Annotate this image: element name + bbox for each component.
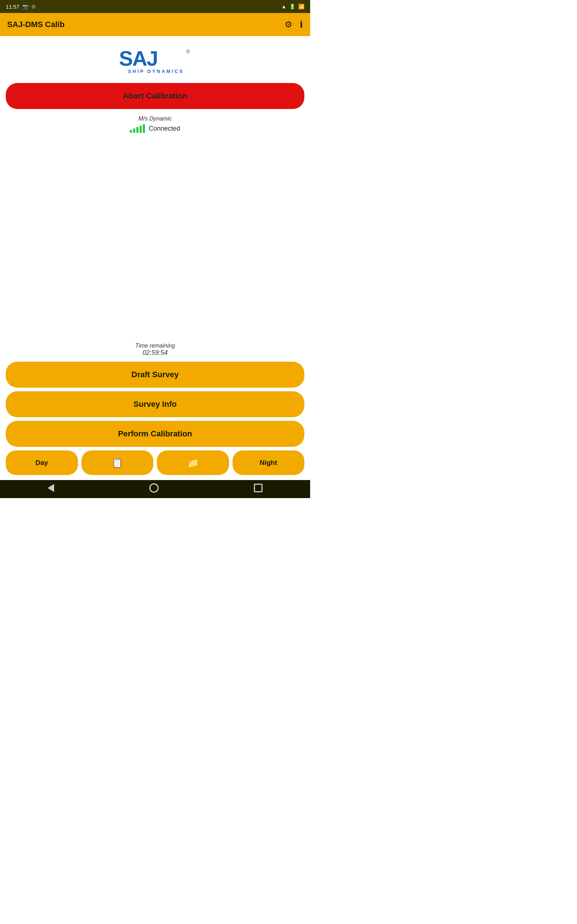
abort-calibration-button[interactable]: Abort Calibration — [6, 83, 305, 109]
status-bar-left: 11:57 📷 ⊙ — [6, 3, 36, 10]
perform-calibration-button[interactable]: Perform Calibration — [6, 421, 305, 447]
bar2 — [133, 129, 135, 133]
signal-bars-icon — [130, 124, 145, 133]
signal-row: Connected — [130, 124, 180, 133]
camera-icon: 📷 — [23, 3, 29, 10]
perform-calibration-label: Perform Calibration — [118, 429, 192, 439]
recent-icon — [254, 484, 263, 494]
bottom-nav — [0, 480, 310, 498]
battery-icon: 🔋 — [289, 3, 295, 10]
time-value: 02:59:54 — [142, 349, 168, 357]
back-icon — [48, 484, 54, 494]
clipboard-icon: 📋 — [111, 457, 123, 468]
night-tab-button[interactable]: Night — [233, 451, 305, 475]
status-bar-right: ▲ 🔋 📶 — [281, 3, 305, 10]
connection-status: Connected — [148, 125, 180, 132]
day-label: Day — [35, 459, 48, 467]
svg-text:SHIP DYNAMICS: SHIP DYNAMICS — [128, 69, 184, 74]
wifi-icon: ▲ — [281, 3, 286, 10]
time-section: Time remaining 02:59:54 — [135, 342, 175, 357]
info-icon[interactable]: ℹ — [300, 19, 303, 30]
clipboard-tab-button[interactable]: 📋 — [82, 451, 154, 475]
signal-icon: 📶 — [298, 3, 305, 10]
time-remaining-label: Time remaining — [135, 342, 175, 349]
draft-survey-label: Draft Survey — [132, 370, 179, 380]
bar4 — [140, 126, 142, 133]
app-title: SAJ-DMS Calib — [7, 20, 64, 29]
logo-area: SAJ ® SHIP DYNAMICS — [108, 36, 202, 83]
record-icon: ⊙ — [31, 3, 36, 10]
app-bar: SAJ-DMS Calib ⚙ ℹ — [0, 13, 310, 36]
day-tab-button[interactable]: Day — [6, 451, 78, 475]
survey-info-label: Survey Info — [134, 399, 177, 409]
app-bar-icons: ⚙ ℹ — [285, 19, 303, 30]
bottom-tab-row: Day 📋 📁 Night — [0, 451, 310, 475]
bar5 — [143, 124, 145, 133]
recent-button[interactable] — [245, 481, 271, 498]
connection-info: M/s Dynamic Connected — [130, 115, 180, 133]
back-button[interactable] — [39, 481, 63, 497]
folder-icon: 📁 — [187, 457, 199, 468]
night-label: Night — [259, 459, 277, 467]
home-button[interactable] — [141, 480, 167, 498]
svg-text:SAJ: SAJ — [119, 47, 158, 70]
vessel-name: M/s Dynamic — [139, 115, 172, 122]
bottom-buttons: Draft Survey Survey Info Perform Calibra… — [0, 362, 310, 447]
home-icon — [149, 483, 159, 495]
bar1 — [130, 130, 132, 133]
settings-icon[interactable]: ⚙ — [285, 19, 292, 30]
status-bar: 11:57 📷 ⊙ ▲ 🔋 📶 — [0, 0, 310, 13]
folder-tab-button[interactable]: 📁 — [157, 451, 229, 475]
saj-logo: SAJ ® SHIP DYNAMICS — [115, 47, 195, 76]
svg-text:®: ® — [186, 49, 190, 55]
draft-survey-button[interactable]: Draft Survey — [6, 362, 305, 388]
survey-info-button[interactable]: Survey Info — [6, 391, 305, 417]
bar3 — [136, 127, 139, 133]
status-time: 11:57 — [6, 3, 19, 10]
abort-label: Abort Calibration — [122, 91, 187, 101]
main-content: SAJ ® SHIP DYNAMICS Abort Calibration M/… — [0, 36, 310, 480]
